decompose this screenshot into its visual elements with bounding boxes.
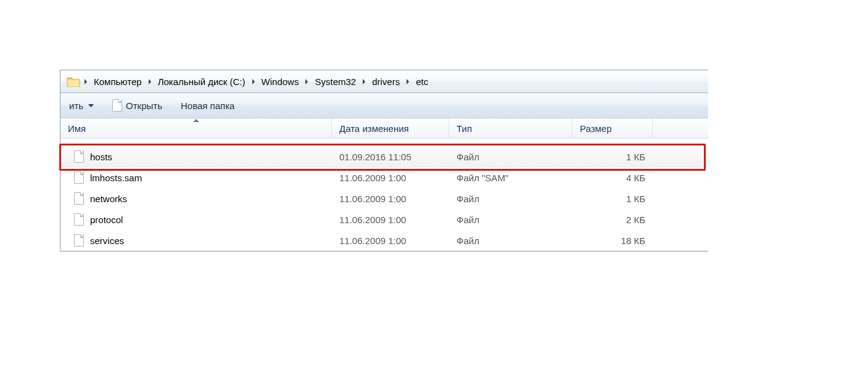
explorer-window: КомпьютерЛокальный диск (C:)WindowsSyste… <box>60 70 708 251</box>
file-size: 1 КБ <box>572 152 653 162</box>
file-date: 11.06.2009 1:00 <box>332 194 449 204</box>
breadcrumb-item[interactable]: drivers <box>368 70 403 92</box>
file-icon <box>112 99 122 112</box>
breadcrumb-item[interactable]: Локальный диск (C:) <box>154 70 249 92</box>
file-name: hosts <box>90 152 112 162</box>
share-button[interactable]: ить <box>65 97 97 114</box>
breadcrumb-sep-icon[interactable] <box>249 70 258 92</box>
open-button[interactable]: Открыть <box>109 97 166 114</box>
header-name[interactable]: Имя <box>60 118 332 138</box>
file-row[interactable]: networks11.06.2009 1:00Файл1 КБ <box>60 188 708 209</box>
breadcrumb-sep-icon[interactable] <box>360 70 368 92</box>
column-headers: Имя Дата изменения Тип Размер <box>60 118 708 139</box>
file-row[interactable]: lmhosts.sam11.06.2009 1:00Файл "SAM"4 КБ <box>60 167 708 188</box>
new-folder-label: Новая папка <box>181 100 234 111</box>
file-type: Файл "SAM" <box>449 173 572 183</box>
file-row[interactable]: services11.06.2009 1:00Файл18 КБ <box>60 230 708 251</box>
file-type: Файл <box>449 152 572 162</box>
open-label: Открыть <box>126 100 162 111</box>
file-row[interactable]: hosts01.09.2016 11:05Файл1 КБ <box>60 146 708 167</box>
new-folder-button[interactable]: Новая папка <box>177 97 238 114</box>
breadcrumb-item[interactable]: Компьютер <box>90 70 146 92</box>
file-name: networks <box>90 194 127 204</box>
file-icon <box>74 150 84 163</box>
chevron-down-icon <box>88 104 94 107</box>
file-name: protocol <box>90 215 123 225</box>
file-list: hosts01.09.2016 11:05Файл1 КБlmhosts.sam… <box>60 139 708 251</box>
file-date: 11.06.2009 1:00 <box>332 235 449 246</box>
file-date: 11.06.2009 1:00 <box>332 173 449 183</box>
file-icon <box>74 171 84 184</box>
breadcrumb-item[interactable]: etc <box>412 70 432 92</box>
file-date: 01.09.2016 11:05 <box>332 152 449 162</box>
file-type: Файл <box>449 235 572 246</box>
header-size[interactable]: Размер <box>572 118 653 138</box>
breadcrumb-item[interactable]: System32 <box>311 70 360 92</box>
breadcrumb-sep-icon[interactable] <box>146 70 154 92</box>
sort-asc-icon <box>193 119 199 122</box>
file-size: 4 КБ <box>572 173 653 183</box>
header-date[interactable]: Дата изменения <box>332 118 449 138</box>
file-size: 18 КБ <box>572 235 653 246</box>
breadcrumb-item[interactable]: Windows <box>258 70 303 92</box>
header-type[interactable]: Тип <box>449 118 572 138</box>
breadcrumb-sep-icon[interactable] <box>81 70 90 92</box>
file-name: services <box>90 235 124 246</box>
file-icon <box>74 213 84 226</box>
file-size: 1 КБ <box>572 194 653 204</box>
file-type: Файл <box>449 215 572 225</box>
header-spacer <box>653 118 708 138</box>
breadcrumb-sep-icon[interactable] <box>302 70 311 92</box>
share-label: ить <box>69 100 83 111</box>
file-icon <box>74 234 84 247</box>
file-size: 2 КБ <box>572 215 653 225</box>
toolbar: ить Открыть Новая папка <box>60 93 708 118</box>
folder-icon <box>67 76 80 87</box>
address-bar[interactable]: КомпьютерЛокальный диск (C:)WindowsSyste… <box>60 70 708 93</box>
file-icon <box>74 192 84 205</box>
file-date: 11.06.2009 1:00 <box>332 215 449 225</box>
file-type: Файл <box>449 194 572 204</box>
file-row[interactable]: protocol11.06.2009 1:00Файл2 КБ <box>60 209 708 230</box>
file-name: lmhosts.sam <box>90 173 142 183</box>
breadcrumb-sep-icon[interactable] <box>403 70 412 92</box>
